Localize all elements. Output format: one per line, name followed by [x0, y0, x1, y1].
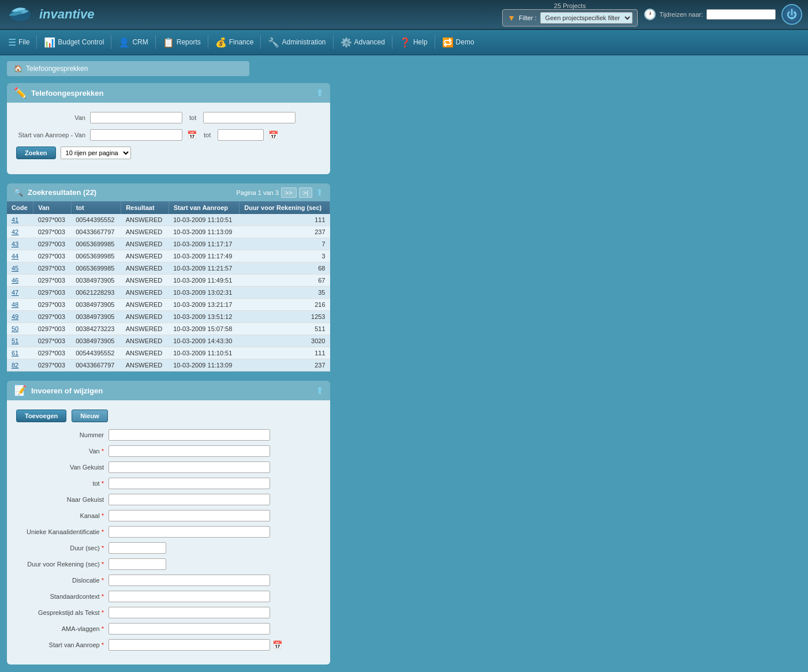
nav-item-reports[interactable]: 📋 Reports	[157, 33, 207, 51]
results-section: 🔍 Zoekresultaten (22) Pagina 1 van 3 >> …	[7, 183, 330, 371]
next-page-btn[interactable]: >>	[281, 187, 297, 198]
nav-sep-2	[111, 35, 111, 49]
required-star: *	[102, 480, 104, 487]
entry-collapse-btn[interactable]: ⬆	[316, 385, 323, 396]
entry-input-dislocatie[interactable]	[109, 575, 270, 586]
nav-label-finance: Finance	[229, 38, 254, 46]
search-button[interactable]: Zoeken	[16, 147, 56, 159]
cell-code[interactable]: 61	[7, 347, 33, 359]
crm-icon: 👤	[118, 37, 130, 48]
nav-item-administration[interactable]: 🔧 Administration	[262, 33, 331, 51]
calendar-icon-start_aanroep[interactable]: 📅	[272, 640, 282, 650]
cell-duur: 68	[240, 262, 330, 275]
cell-code[interactable]: 48	[7, 299, 33, 311]
required-star: *	[102, 561, 104, 568]
cell-code[interactable]: 44	[7, 250, 33, 262]
results-collapse-btn[interactable]: ⬆	[316, 187, 323, 198]
entry-input-start_aanroep[interactable]	[109, 639, 270, 651]
cell-code[interactable]: 46	[7, 275, 33, 287]
code-link[interactable]: 50	[12, 325, 18, 332]
cell-code[interactable]: 42	[7, 226, 33, 238]
code-link[interactable]: 49	[12, 313, 18, 320]
cell-duur: 1253	[240, 311, 330, 323]
results-title: 🔍 Zoekresultaten (22)	[14, 188, 96, 197]
cell-duur: 111	[240, 214, 330, 226]
entry-input-ama_vlaggen[interactable]	[109, 623, 270, 635]
cell-code[interactable]: 43	[7, 238, 33, 250]
entry-input-standaardcontext[interactable]	[109, 591, 270, 602]
cell-resultaat: ANSWERED	[121, 335, 169, 347]
entry-input-duur_sec[interactable]	[109, 542, 166, 554]
entry-input-van[interactable]	[109, 445, 270, 457]
van-input[interactable]	[90, 112, 182, 123]
code-link[interactable]: 45	[12, 265, 18, 272]
cell-tot: 00433667797	[71, 359, 121, 371]
cell-code[interactable]: 47	[7, 287, 33, 299]
code-link[interactable]: 41	[12, 216, 18, 223]
cell-code[interactable]: 82	[7, 359, 33, 371]
calendar-icon-end[interactable]: 📅	[268, 130, 278, 140]
code-link[interactable]: 42	[12, 228, 18, 235]
nav-item-crm[interactable]: 👤 CRM	[113, 33, 154, 51]
nav-item-demo[interactable]: 🔁 Demo	[436, 33, 480, 51]
nav-item-help[interactable]: ❓ Help	[394, 33, 433, 51]
code-link[interactable]: 61	[12, 350, 18, 356]
entry-input-duur_rekening[interactable]	[109, 558, 166, 570]
code-link[interactable]: 43	[12, 241, 18, 247]
entry-input-unieke_kanaal[interactable]	[109, 526, 270, 538]
entry-input-naar_gekuist[interactable]	[109, 494, 270, 505]
entry-input-van_gekuist[interactable]	[109, 461, 270, 473]
last-page-btn[interactable]: >|	[299, 187, 312, 198]
search-collapse-btn[interactable]: ⬆	[316, 88, 323, 99]
code-link[interactable]: 44	[12, 253, 18, 260]
calendar-icon-start[interactable]: 📅	[187, 130, 197, 140]
code-link[interactable]: 48	[12, 301, 18, 308]
rows-per-page-select[interactable]: 10 rijen per pagina 25 rijen per pagina …	[61, 147, 131, 159]
start-van-input[interactable]	[90, 129, 182, 141]
code-link[interactable]: 47	[12, 289, 18, 296]
breadcrumb: 🏠 Telefoongesprekken	[7, 61, 249, 76]
entry-section-title: Invoeren of wijzigen	[31, 386, 103, 395]
code-link[interactable]: 82	[12, 362, 18, 369]
start-tot-input[interactable]	[218, 129, 264, 141]
add-button[interactable]: Toevoegen	[16, 410, 66, 422]
nav-label-reports: Reports	[177, 38, 201, 46]
filter-bar: ▼ Filter : Geen projectspecifiek filter	[502, 9, 637, 27]
tot-input[interactable]	[203, 112, 295, 123]
cell-start: 10-03-2009 11:13:09	[169, 226, 240, 238]
tijdreizen-label: Tijdreizen naar:	[660, 11, 703, 18]
new-button[interactable]: Nieuw	[72, 410, 107, 422]
cell-code[interactable]: 45	[7, 262, 33, 275]
entry-input-tot[interactable]	[109, 478, 270, 489]
help-icon: ❓	[399, 37, 411, 48]
cell-code[interactable]: 49	[7, 311, 33, 323]
cell-resultaat: ANSWERED	[121, 275, 169, 287]
cell-code[interactable]: 50	[7, 323, 33, 335]
cell-van: 0297*003	[33, 299, 72, 311]
cell-code[interactable]: 41	[7, 214, 33, 226]
entry-row-nummer: Nummer	[16, 429, 321, 441]
filter-select[interactable]: Geen projectspecifiek filter	[540, 12, 633, 24]
nav-item-file[interactable]: ☰ File	[2, 33, 35, 51]
code-link[interactable]: 51	[12, 337, 18, 344]
entry-input-kanaal[interactable]	[109, 510, 270, 521]
cell-van: 0297*003	[33, 275, 72, 287]
cell-resultaat: ANSWERED	[121, 359, 169, 371]
start-row: Start van Aanroep - Van 📅 tot 📅	[16, 129, 321, 141]
tijdreizen-input[interactable]	[706, 9, 776, 20]
cell-start: 10-03-2009 13:02:31	[169, 287, 240, 299]
power-button[interactable]: ⏻	[781, 4, 802, 25]
required-star: *	[102, 512, 104, 519]
nav-item-finance[interactable]: 💰 Finance	[210, 33, 260, 51]
cell-code[interactable]: 51	[7, 335, 33, 347]
entry-row-unieke_kanaal: Unieke Kanaalidentificatie *	[16, 526, 321, 538]
entry-row-duur_rekening: Duur voor Rekening (sec) *	[16, 558, 321, 570]
cell-start: 10-03-2009 11:13:09	[169, 359, 240, 371]
entry-input-gesprekstijd[interactable]	[109, 607, 270, 618]
nav-item-advanced[interactable]: ⚙️ Advanced	[335, 33, 391, 51]
van-tot-row: Van tot	[16, 112, 321, 123]
nav-item-budget-control[interactable]: 📊 Budget Control	[38, 33, 110, 51]
table-row: 42 0297*003 00433667797 ANSWERED 10-03-2…	[7, 226, 330, 238]
entry-input-nummer[interactable]	[109, 429, 270, 441]
code-link[interactable]: 46	[12, 277, 18, 284]
